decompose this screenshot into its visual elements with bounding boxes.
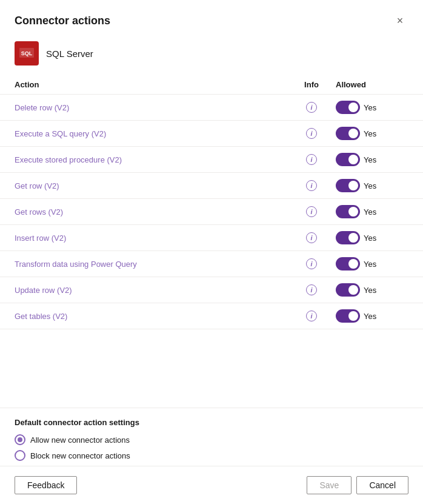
action-info-cell: i (287, 206, 336, 217)
action-name: Transform data using Power Query (15, 260, 287, 269)
info-icon[interactable]: i (306, 102, 317, 113)
radio-circle-0 (15, 434, 25, 445)
col-header-info: Info (287, 80, 336, 89)
table-row: Get tables (V2) i Yes (0, 303, 423, 329)
allowed-label: Yes (364, 129, 376, 138)
table-header: Action Info Allowed (0, 75, 423, 95)
radio-option-1[interactable]: Block new connector actions (15, 450, 408, 461)
action-info-cell: i (287, 232, 336, 243)
action-allowed-cell: Yes (336, 283, 408, 297)
allowed-label: Yes (364, 103, 376, 112)
action-name: Get tables (V2) (15, 312, 287, 321)
dialog-title: Connector actions (15, 15, 110, 27)
action-allowed-cell: Yes (336, 127, 408, 140)
table-row: Transform data using Power Query i Yes (0, 251, 423, 277)
svg-text:SQL: SQL (21, 50, 33, 56)
action-info-cell: i (287, 128, 336, 139)
actions-list: Delete row (V2) i Yes Execute a SQL quer… (0, 95, 423, 408)
footer-right: Save Cancel (307, 476, 408, 494)
action-allowed-cell: Yes (336, 101, 408, 114)
table-row: Get row (V2) i Yes (0, 173, 423, 199)
toggle-7[interactable] (336, 283, 360, 297)
action-name: Execute stored procedure (V2) (15, 155, 287, 164)
allowed-label: Yes (364, 207, 376, 217)
table-row: Get rows (V2) i Yes (0, 199, 423, 225)
feedback-button[interactable]: Feedback (15, 476, 77, 494)
save-button[interactable]: Save (307, 476, 351, 494)
info-icon[interactable]: i (306, 128, 317, 139)
allowed-label: Yes (364, 181, 376, 190)
cancel-button[interactable]: Cancel (356, 476, 408, 494)
action-allowed-cell: Yes (336, 153, 408, 166)
info-icon[interactable]: i (306, 180, 317, 191)
connector-icon: SQL (15, 41, 39, 66)
toggle-5[interactable] (336, 231, 360, 244)
action-name: Update row (V2) (15, 286, 287, 295)
connector-name: SQL Server (46, 49, 93, 59)
info-icon[interactable]: i (306, 258, 317, 269)
connector-actions-dialog: Connector actions × SQL SQL Server Actio… (0, 0, 423, 504)
allowed-label: Yes (364, 155, 376, 164)
toggle-1[interactable] (336, 127, 360, 140)
action-allowed-cell: Yes (336, 205, 408, 218)
table-row: Delete row (V2) i Yes (0, 95, 423, 121)
info-icon[interactable]: i (306, 154, 317, 165)
action-allowed-cell: Yes (336, 231, 408, 244)
dialog-footer: Feedback Save Cancel (0, 466, 423, 504)
action-info-cell: i (287, 180, 336, 191)
col-header-allowed: Allowed (336, 80, 408, 89)
info-icon[interactable]: i (306, 206, 317, 217)
action-allowed-cell: Yes (336, 257, 408, 270)
radio-option-0[interactable]: Allow new connector actions (15, 434, 408, 445)
toggle-0[interactable] (336, 101, 360, 114)
action-name: Get row (V2) (15, 181, 287, 190)
action-name: Get rows (V2) (15, 207, 287, 217)
info-icon[interactable]: i (306, 284, 317, 295)
table-row: Execute a SQL query (V2) i Yes (0, 121, 423, 147)
allowed-label: Yes (364, 312, 376, 321)
toggle-8[interactable] (336, 309, 360, 323)
table-row: Insert row (V2) i Yes (0, 225, 423, 251)
action-info-cell: i (287, 102, 336, 113)
allowed-label: Yes (364, 286, 376, 295)
radio-label-1: Block new connector actions (30, 451, 130, 460)
allowed-label: Yes (364, 260, 376, 269)
action-info-cell: i (287, 311, 336, 321)
col-header-action: Action (15, 80, 287, 89)
connector-info: SQL SQL Server (0, 36, 423, 75)
action-allowed-cell: Yes (336, 309, 408, 323)
table-row: Execute stored procedure (V2) i Yes (0, 147, 423, 173)
dialog-header: Connector actions × (0, 0, 423, 36)
toggle-4[interactable] (336, 205, 360, 218)
radio-group: Allow new connector actions Block new co… (15, 434, 408, 461)
close-button[interactable]: × (391, 12, 408, 29)
default-settings-title: Default connector action settings (15, 418, 408, 427)
action-name: Insert row (V2) (15, 234, 287, 243)
radio-label-0: Allow new connector actions (30, 435, 130, 445)
footer-left: Feedback (15, 476, 77, 494)
info-icon[interactable]: i (306, 311, 317, 321)
radio-circle-1 (15, 450, 25, 461)
toggle-3[interactable] (336, 179, 360, 192)
info-icon[interactable]: i (306, 232, 317, 243)
action-info-cell: i (287, 284, 336, 295)
action-info-cell: i (287, 258, 336, 269)
default-settings: Default connector action settings Allow … (0, 408, 423, 466)
action-allowed-cell: Yes (336, 179, 408, 192)
allowed-label: Yes (364, 234, 376, 243)
toggle-6[interactable] (336, 257, 360, 270)
action-name: Execute a SQL query (V2) (15, 129, 287, 138)
toggle-2[interactable] (336, 153, 360, 166)
action-name: Delete row (V2) (15, 103, 287, 112)
table-row: Update row (V2) i Yes (0, 277, 423, 303)
action-info-cell: i (287, 154, 336, 165)
